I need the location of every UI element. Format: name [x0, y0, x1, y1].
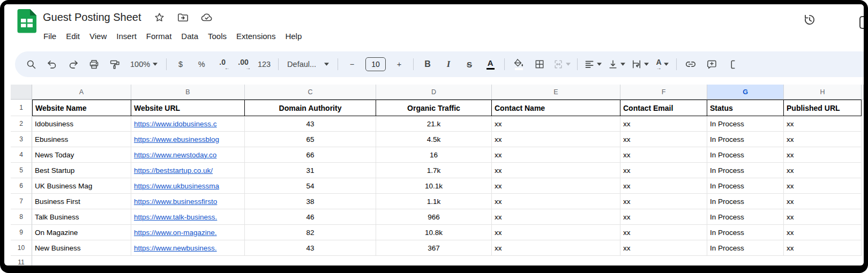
cell-E9[interactable]: xx — [492, 225, 620, 240]
cell-B9[interactable]: https://www.on-magazine. — [131, 225, 245, 240]
cell-F9[interactable]: xx — [620, 225, 707, 240]
text-wrap-button[interactable] — [631, 56, 649, 72]
menu-file[interactable]: File — [39, 29, 61, 43]
borders-button[interactable] — [532, 56, 547, 72]
cell-A3[interactable]: Ebusiness — [32, 132, 131, 147]
cell-B1[interactable]: Website URL — [131, 100, 245, 116]
cell-H9[interactable]: xx — [784, 225, 862, 240]
cell-G3[interactable]: In Process — [707, 132, 784, 147]
menu-format[interactable]: Format — [141, 29, 177, 43]
cell-F7[interactable]: xx — [620, 194, 707, 209]
cell-C10[interactable]: 43 — [245, 240, 376, 256]
cell-C8[interactable]: 46 — [245, 209, 376, 225]
move-folder-icon[interactable] — [177, 11, 189, 23]
cell-E6[interactable]: xx — [492, 178, 620, 194]
cell-C3[interactable]: 65 — [245, 132, 376, 147]
cell-H3[interactable]: xx — [784, 132, 862, 147]
cell-B10[interactable]: https://www.newbusiness. — [131, 240, 245, 256]
row-header-2[interactable]: 2 — [11, 116, 32, 132]
cell-A8[interactable]: Talk Business — [32, 209, 131, 225]
row-header-5[interactable]: 5 — [11, 163, 32, 178]
zoom-select[interactable]: 100% — [128, 56, 160, 72]
search-icon[interactable] — [24, 56, 39, 72]
row-header-11[interactable]: 11 — [11, 256, 32, 266]
partial-chart-icon[interactable] — [725, 56, 740, 72]
cell-H10[interactable]: xx — [784, 240, 862, 256]
cell-A10[interactable]: New Business — [32, 240, 131, 256]
cell-E4[interactable]: xx — [492, 147, 620, 163]
cell-A9[interactable]: On Magazine — [32, 225, 131, 240]
cell-C1[interactable]: Domain Authority — [245, 100, 376, 116]
cell-F4[interactable]: xx — [620, 147, 707, 163]
cell-G5[interactable]: In Process — [707, 163, 784, 178]
column-header-A[interactable]: A — [32, 85, 131, 100]
cell-D6[interactable]: 10.1k — [376, 178, 492, 194]
cell-D1[interactable]: Organic Traffic — [376, 100, 492, 116]
cell-E7[interactable]: xx — [492, 194, 620, 209]
sheets-logo-icon[interactable] — [15, 9, 39, 33]
cell-C5[interactable]: 31 — [245, 163, 376, 178]
row-header-4[interactable]: 4 — [11, 147, 32, 163]
cell-C4[interactable]: 66 — [245, 147, 376, 163]
select-all-corner[interactable] — [11, 85, 32, 100]
cell-F1[interactable]: Contact Email — [620, 100, 707, 116]
cell-G1[interactable]: Status — [707, 100, 784, 116]
cell-C6[interactable]: 54 — [245, 178, 376, 194]
text-rotation-button[interactable]: A→ — [655, 56, 670, 72]
cell-H6[interactable]: xx — [784, 178, 862, 194]
cell-A5[interactable]: Best Startup — [32, 163, 131, 178]
cell-C7[interactable]: 38 — [245, 194, 376, 209]
increase-decimal-button[interactable]: .00→ — [236, 56, 251, 72]
insert-link-icon[interactable] — [683, 56, 698, 72]
cell-D9[interactable]: 10.8k — [376, 225, 492, 240]
cell-G10[interactable]: In Process — [707, 240, 784, 256]
cell-E10[interactable]: xx — [492, 240, 620, 256]
undo-icon[interactable] — [44, 56, 59, 72]
menu-extensions[interactable]: Extensions — [231, 29, 280, 43]
cell-G7[interactable]: In Process — [707, 194, 784, 209]
cell-F2[interactable]: xx — [620, 116, 707, 132]
cell-F10[interactable]: xx — [620, 240, 707, 256]
column-header-E[interactable]: E — [492, 85, 620, 100]
cell-B6[interactable]: https://www.ukbusinessma — [131, 178, 245, 194]
number-format-button[interactable]: 123 — [257, 56, 272, 72]
row-header-9[interactable]: 9 — [11, 225, 32, 240]
column-header-F[interactable]: F — [620, 85, 707, 100]
menu-data[interactable]: Data — [176, 29, 203, 43]
decrease-font-size-button[interactable]: − — [345, 56, 360, 72]
increase-font-size-button[interactable]: + — [392, 56, 407, 72]
decrease-decimal-button[interactable]: .0← — [215, 56, 230, 72]
cell-B8[interactable]: https://www.talk-business. — [131, 209, 245, 225]
row-header-1[interactable]: 1 — [11, 100, 32, 116]
vertical-align-button[interactable] — [608, 56, 625, 72]
column-header-G[interactable]: G — [707, 85, 784, 100]
document-title[interactable]: Guest Posting Sheet — [43, 11, 141, 24]
cell-D4[interactable]: 16 — [376, 147, 492, 163]
cell-G9[interactable]: In Process — [707, 225, 784, 240]
format-currency-button[interactable]: $ — [173, 56, 188, 72]
merge-cells-button[interactable] — [553, 56, 571, 72]
star-icon[interactable] — [154, 12, 165, 23]
cell-C9[interactable]: 82 — [245, 225, 376, 240]
cell-E1[interactable]: Contact Name — [492, 100, 620, 116]
cell-D5[interactable]: 1.7k — [376, 163, 492, 178]
column-header-C[interactable]: C — [245, 85, 376, 100]
cell-G2[interactable]: In Process — [707, 116, 784, 132]
cell-D2[interactable]: 21.k — [376, 116, 492, 132]
cloud-saved-icon[interactable] — [200, 11, 213, 24]
text-color-button[interactable]: A — [483, 56, 498, 72]
cell-H8[interactable]: xx — [784, 209, 862, 225]
cell-H4[interactable]: xx — [784, 147, 862, 163]
cell-A4[interactable]: News Today — [32, 147, 131, 163]
cell-H7[interactable]: xx — [784, 194, 862, 209]
cell-H1[interactable]: Published URL — [784, 100, 862, 116]
menu-help[interactable]: Help — [280, 29, 306, 43]
column-header-H[interactable]: H — [784, 85, 862, 100]
cell-E3[interactable]: xx — [492, 132, 620, 147]
cell-B4[interactable]: https://www.newstoday.co — [131, 147, 245, 163]
cell-B7[interactable]: https://www.businessfirsto — [131, 194, 245, 209]
cell-F8[interactable]: xx — [620, 209, 707, 225]
cell-D10[interactable]: 367 — [376, 240, 492, 256]
row-header-7[interactable]: 7 — [11, 194, 32, 209]
bold-button[interactable]: B — [420, 56, 435, 72]
